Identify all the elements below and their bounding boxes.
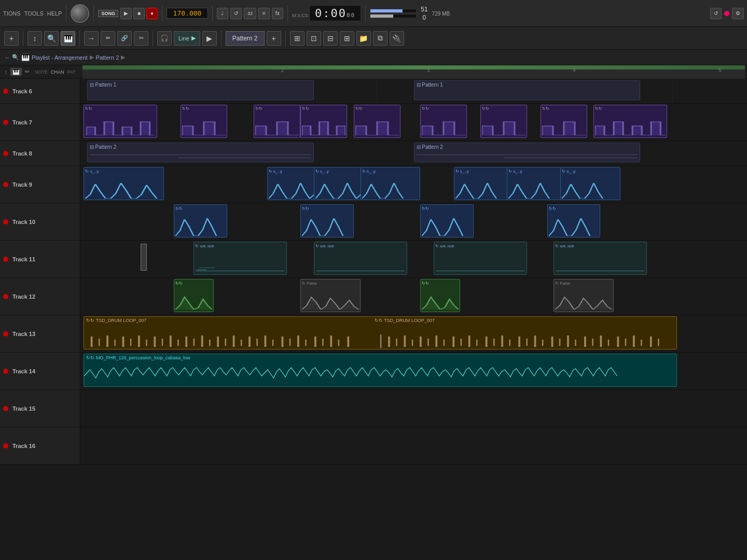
track7-block-1[interactable]: ↻↻ bbox=[84, 105, 157, 138]
track-10-mute[interactable] bbox=[3, 219, 8, 225]
track7-block-7[interactable]: ↻↻ bbox=[480, 105, 527, 138]
track-11-mute[interactable] bbox=[3, 257, 8, 262]
track-12-mute[interactable] bbox=[3, 294, 8, 299]
track10-block-1[interactable]: ↻↻ bbox=[174, 204, 227, 237]
track-14-content[interactable]: ↻↻ MO_PHR_120_percussion_loop_cabasa_low bbox=[80, 353, 747, 389]
pattern-1-block-left[interactable]: ⊟ Pattern 1 bbox=[87, 80, 314, 100]
snap-button[interactable]: ⊡ bbox=[307, 31, 321, 46]
move-tool[interactable]: ↕ bbox=[27, 31, 42, 46]
track7-block-9[interactable]: ↻↻ bbox=[593, 105, 667, 138]
zoom-tool[interactable]: 🔍 bbox=[44, 31, 59, 46]
fx-button[interactable]: fx bbox=[272, 8, 283, 19]
song-button[interactable]: SONG bbox=[98, 10, 118, 17]
track-8-mute[interactable] bbox=[3, 151, 8, 156]
track-10-content[interactable]: ↻↻ ↻↻ ↻↻ bbox=[80, 203, 747, 240]
master-vol-bar[interactable] bbox=[370, 9, 417, 13]
track14-perc-block[interactable]: ↻↻ MO_PHR_120_percussion_loop_cabasa_low bbox=[84, 354, 677, 387]
refresh-button[interactable]: ↺ bbox=[710, 8, 722, 19]
track-9-mute[interactable] bbox=[3, 182, 8, 187]
pencil-view-button[interactable]: ✏ bbox=[25, 68, 30, 75]
track-15-mute[interactable] bbox=[3, 406, 8, 411]
track7-block-2[interactable]: ↻↻ bbox=[181, 105, 227, 138]
step-button[interactable]: 32 bbox=[244, 8, 256, 19]
piano-view-button[interactable]: 🎹 bbox=[10, 68, 22, 76]
move-tracks-button[interactable]: ↕ bbox=[4, 68, 7, 76]
undo-button[interactable]: ↔ bbox=[4, 54, 10, 61]
menu-tools[interactable]: TOOLS bbox=[24, 10, 44, 17]
track-13-mute[interactable] bbox=[3, 331, 8, 337]
add-track-button[interactable]: + bbox=[4, 31, 19, 46]
stop-button[interactable]: ■ bbox=[133, 8, 145, 19]
track13-drum-block[interactable]: ↻↻ TSD_DRUM LOOP_007 bbox=[84, 316, 677, 349]
pattern-name-button[interactable]: Pattern 2 bbox=[226, 31, 265, 46]
track7-block-6[interactable]: ↻↻ bbox=[420, 105, 467, 138]
pattern-2-block-right[interactable]: ⊟ Pattern 2 bbox=[414, 143, 641, 162]
menu-tions[interactable]: TIONS bbox=[3, 10, 21, 17]
master-pitch-bar[interactable] bbox=[370, 14, 417, 18]
chan-label[interactable]: CHAN bbox=[51, 69, 64, 75]
track11-block-1[interactable]: ↻ sxt..ock bbox=[193, 242, 287, 275]
record-button[interactable]: ● bbox=[146, 8, 158, 19]
track10-block-4[interactable]: ↻↻ bbox=[547, 204, 601, 237]
track9-block-5[interactable]: ↻ s_..y bbox=[454, 167, 514, 200]
play-button[interactable]: ▶ bbox=[120, 8, 132, 19]
folder-button[interactable]: 📁 bbox=[356, 31, 371, 46]
track-12-content[interactable]: ↻↻ ↻ False bbox=[80, 278, 747, 315]
track7-block-8[interactable]: ↻↻ bbox=[541, 105, 587, 138]
track-11-content[interactable]: ↻ sxt..ock ↻ sxt..ock ↻ sxt..ock ↻ sxt..… bbox=[80, 241, 747, 277]
zoom-in-button[interactable]: 🔍 bbox=[12, 54, 19, 61]
track-7-mute[interactable] bbox=[3, 120, 8, 125]
line-mode-nav[interactable]: ▶ bbox=[202, 31, 217, 46]
headphone-button[interactable]: 🎧 bbox=[157, 31, 172, 46]
track9-block-6[interactable]: ↻ s_..y bbox=[507, 167, 567, 200]
track9-block-1[interactable]: ↻ s_..y bbox=[84, 167, 163, 200]
track-7-content[interactable]: ↻↻ ↻↻ bbox=[80, 104, 747, 141]
track9-block-7[interactable]: ↻ s_..y bbox=[560, 167, 620, 200]
track7-block-5[interactable]: ↻↻ bbox=[354, 105, 400, 138]
metronome-button[interactable]: ♩ bbox=[217, 8, 228, 19]
track9-block-4[interactable]: ↻ s_..y bbox=[361, 167, 421, 200]
pattern-2-block-left[interactable]: ⊟ Pattern 2 bbox=[87, 143, 314, 162]
track-13-content[interactable]: ↻↻ TSD_DRUM LOOP_007 bbox=[80, 315, 747, 352]
track10-block-2[interactable]: ↻↻ bbox=[300, 204, 354, 237]
mixer-button[interactable]: ≡ bbox=[258, 8, 270, 19]
track-14-mute[interactable] bbox=[3, 369, 8, 374]
add-pattern-button[interactable]: + bbox=[267, 31, 281, 46]
align-button[interactable]: ⊟ bbox=[323, 31, 338, 46]
track11-block-3[interactable]: ↻ sxt..ock bbox=[434, 242, 527, 275]
track7-block-4[interactable]: ↻↻ bbox=[300, 105, 347, 138]
track12-green-2[interactable]: ↻↻ bbox=[420, 279, 460, 312]
track-6-mute[interactable] bbox=[3, 89, 8, 94]
track-9-content[interactable]: ↻ s_..y ↻ s_..y ↻ bbox=[80, 166, 747, 203]
pencil-tool[interactable]: ✏ bbox=[101, 31, 115, 46]
tracks-container[interactable]: Track 6 ⊟ Pattern 1 ⊟ Pattern 1 bbox=[0, 79, 747, 560]
plugin-button[interactable]: 🔌 bbox=[390, 31, 404, 46]
settings-button[interactable]: ⚙ bbox=[732, 8, 744, 19]
track7-block-3[interactable]: ↻↻ bbox=[254, 105, 300, 138]
bpm-display[interactable]: 170.000 bbox=[167, 8, 208, 19]
track10-block-3[interactable]: ↻↻ bbox=[420, 204, 474, 237]
track-15-content[interactable] bbox=[80, 390, 747, 427]
track11-block-4[interactable]: ↻ sxt..ock bbox=[554, 242, 647, 275]
fl-logo-knob[interactable] bbox=[71, 4, 89, 23]
track-6-content[interactable]: ⊟ Pattern 1 ⊟ Pattern 1 bbox=[80, 79, 747, 103]
group-button[interactable]: ⊞ bbox=[340, 31, 354, 46]
track12-green-1[interactable]: ↻↻ bbox=[174, 279, 214, 312]
arrow-tool[interactable]: → bbox=[84, 31, 99, 46]
pattern-1-block-right[interactable]: ⊟ Pattern 1 bbox=[414, 80, 641, 100]
loop-button[interactable]: ↺ bbox=[230, 8, 242, 19]
line-mode-button[interactable]: Line ▶ bbox=[174, 31, 200, 46]
menu-help[interactable]: HELP bbox=[47, 10, 62, 17]
grid-button[interactable]: ⊞ bbox=[290, 31, 305, 46]
track-16-content[interactable] bbox=[80, 427, 747, 464]
link-tool[interactable]: 🔗 bbox=[117, 31, 132, 46]
track11-block-2[interactable]: ↻ sxt..ock bbox=[314, 242, 407, 275]
piano-roll-tool[interactable]: 🎹 bbox=[61, 31, 75, 46]
track-8-content[interactable]: ⊟ Pattern 2 ⊟ Pattern 2 bbox=[80, 141, 747, 165]
breadcrumb-playlist[interactable]: Playlist - Arrangement bbox=[32, 54, 88, 61]
track-16-mute[interactable] bbox=[3, 443, 8, 449]
copy-button[interactable]: ⧉ bbox=[373, 31, 388, 46]
track12-false-1[interactable]: ↻ False bbox=[300, 279, 361, 312]
breadcrumb-pattern2[interactable]: Pattern 2 bbox=[96, 54, 119, 61]
piano-mini-button[interactable]: 🎹 bbox=[21, 53, 30, 61]
